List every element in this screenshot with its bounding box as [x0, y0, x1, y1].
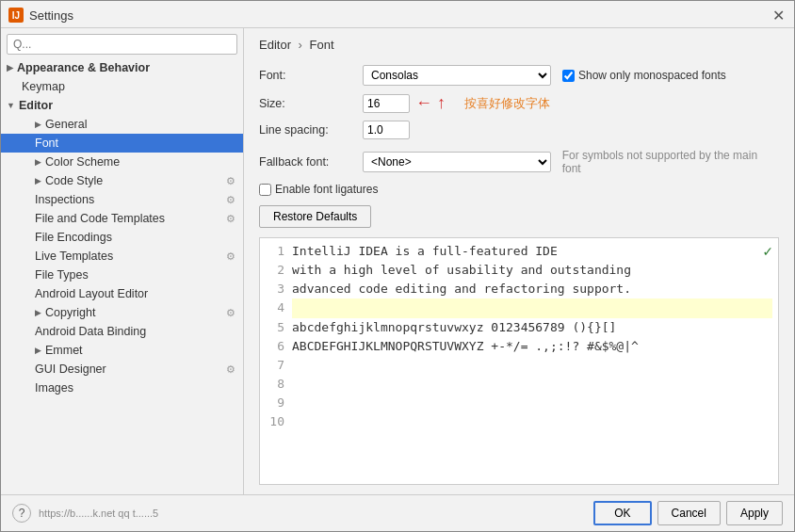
arrow-hint: ← ↑	[415, 93, 446, 113]
font-select[interactable]: Consolas	[363, 65, 551, 86]
sidebar-item-android-layout-editor[interactable]: Android Layout Editor	[1, 284, 243, 303]
preview-line-3: 3 advanced code editing and refactoring …	[266, 280, 772, 298]
close-button[interactable]: ✕	[770, 7, 787, 24]
ligature-label[interactable]: Enable font ligatures	[259, 183, 378, 196]
size-row: Size: ← ↑ 按喜好修改字体	[259, 93, 779, 113]
preview-check-icon: ✓	[763, 242, 772, 260]
fallback-font-row: Fallback font: <None> For symbols not su…	[259, 149, 779, 175]
line-spacing-input[interactable]	[363, 121, 410, 139]
bottom-bar: ? https://b......k.net qq t......5 OK Ca…	[1, 494, 794, 531]
preview-line-5: 5 abcdefghijklmnopqrstuvwxyz 0123456789 …	[266, 318, 772, 337]
gear-icon: ⚙	[226, 213, 235, 225]
fallback-note: For symbols not supported by the main fo…	[562, 149, 779, 175]
preview-line-1: 1 IntelliJ IDEA is a full-featured IDE	[266, 242, 772, 261]
sidebar-item-images[interactable]: Images	[1, 379, 243, 397]
url-text: https://b......k.net qq t......5	[39, 508, 158, 519]
chevron-right-icon: ▶	[7, 63, 13, 73]
font-settings-form: Font: Consolas Show only monospaced font…	[259, 65, 779, 237]
sidebar-item-inspections[interactable]: Inspections ⚙	[1, 190, 243, 209]
preview-text: abcdefghijklmnopqrstuvwxyz 0123456789 ()…	[292, 318, 616, 337]
restore-defaults-button[interactable]: Restore Defaults	[259, 205, 371, 228]
preview-text: ABCDEFGHIJKLMNOPQRSTUVWXYZ +-*/= .,;:!? …	[292, 337, 639, 356]
tree-area: ▶ Appearance & Behavior Keymap ▼ Editor …	[1, 58, 243, 494]
preview-line-2: 2 with a high level of usability and out…	[266, 261, 772, 280]
dialog-title: Settings	[29, 8, 73, 23]
ok-button[interactable]: OK	[593, 501, 651, 525]
apply-button[interactable]: Apply	[726, 501, 783, 525]
gear-icon: ⚙	[226, 307, 235, 319]
line-number: 7	[266, 356, 284, 375]
gear-icon: ⚙	[226, 250, 235, 263]
sidebar-item-live-templates[interactable]: Live Templates ⚙	[1, 247, 243, 266]
left-panel: ▶ Appearance & Behavior Keymap ▼ Editor …	[1, 28, 244, 494]
sidebar-item-gui-designer[interactable]: GUI Designer ⚙	[1, 360, 243, 379]
sidebar-item-code-style[interactable]: ▶ Code Style ⚙	[1, 171, 243, 190]
preview-line-9: 9	[266, 394, 772, 412]
ligature-checkbox[interactable]	[259, 184, 271, 196]
ligature-row: Enable font ligatures	[259, 183, 779, 196]
app-icon: IJ	[8, 8, 24, 23]
line-number: 10	[266, 412, 284, 431]
preview-line-7: 7	[266, 356, 772, 375]
line-number: 4	[266, 298, 284, 317]
sidebar-item-keymap[interactable]: Keymap	[1, 77, 243, 96]
gear-icon: ⚙	[226, 363, 235, 376]
gear-icon: ⚙	[226, 175, 235, 187]
show-monospaced-checkbox[interactable]	[562, 70, 575, 82]
preview-line-6: 6 ABCDEFGHIJKLMNOPQRSTUVWXYZ +-*/= .,;:!…	[266, 337, 772, 356]
size-label: Size:	[259, 97, 363, 110]
preview-line-8: 8	[266, 375, 772, 394]
sidebar-item-emmet[interactable]: ▶ Emmet	[1, 341, 243, 360]
search-input[interactable]	[7, 34, 237, 55]
preview-line-10: 10	[266, 412, 772, 431]
help-button[interactable]: ?	[12, 504, 31, 523]
sidebar-item-font[interactable]: Font	[1, 134, 243, 153]
line-number: 6	[266, 337, 284, 356]
preview-text: with a high level of usability and outst…	[292, 261, 631, 280]
sidebar-item-file-encodings[interactable]: File Encodings	[1, 228, 243, 247]
sidebar-item-copyright[interactable]: ▶ Copyright ⚙	[1, 303, 243, 322]
sidebar-item-appearance[interactable]: ▶ Appearance & Behavior	[1, 58, 243, 77]
line-number: 9	[266, 394, 284, 412]
sidebar-item-editor[interactable]: ▼ Editor	[1, 96, 243, 115]
size-input[interactable]	[363, 94, 410, 113]
font-label: Font:	[259, 69, 363, 82]
breadcrumb: Editor › Font	[259, 38, 779, 52]
sidebar-item-file-types[interactable]: File Types	[1, 266, 243, 284]
sidebar-item-android-data-binding[interactable]: Android Data Binding	[1, 322, 243, 341]
chevron-down-icon: ▼	[7, 101, 15, 110]
line-number: 8	[266, 375, 284, 394]
chinese-note: 按喜好修改字体	[464, 95, 550, 112]
chevron-right-icon: ▶	[35, 176, 41, 185]
bottom-buttons: OK Cancel Apply	[593, 501, 783, 525]
line-number: 3	[266, 280, 284, 298]
line-spacing-row: Line spacing:	[259, 121, 779, 139]
preview-line-4: 4	[266, 298, 772, 317]
bottom-left: ? https://b......k.net qq t......5	[12, 504, 158, 523]
preview-text: IntelliJ IDEA is a full-featured IDE	[292, 242, 558, 261]
breadcrumb-separator: ›	[299, 38, 302, 52]
sidebar-item-file-code-templates[interactable]: File and Code Templates ⚙	[1, 209, 243, 228]
font-row: Font: Consolas Show only monospaced font…	[259, 65, 779, 86]
dialog-body: ▶ Appearance & Behavior Keymap ▼ Editor …	[1, 28, 794, 494]
breadcrumb-parent: Editor	[259, 38, 291, 52]
line-spacing-label: Line spacing:	[259, 123, 363, 137]
line-number: 5	[266, 318, 284, 337]
line-number: 2	[266, 261, 284, 280]
sidebar-item-color-scheme[interactable]: ▶ Color Scheme	[1, 153, 243, 171]
chevron-right-icon: ▶	[35, 157, 41, 167]
show-monospaced-label[interactable]: Show only monospaced fonts	[562, 69, 726, 82]
fallback-select[interactable]: <None>	[363, 152, 551, 172]
title-bar: IJ Settings ✕	[1, 1, 794, 28]
chevron-right-icon: ▶	[35, 346, 41, 355]
sidebar-item-general[interactable]: ▶ General	[1, 115, 243, 134]
cancel-button[interactable]: Cancel	[657, 501, 721, 525]
right-panel: Editor › Font Font: Consolas Show only m…	[244, 28, 794, 494]
search-box	[1, 28, 243, 58]
gear-icon: ⚙	[226, 194, 235, 206]
breadcrumb-current: Font	[310, 38, 334, 52]
preview-text: advanced code editing and refactoring su…	[292, 280, 631, 298]
font-preview: ✓ 1 IntelliJ IDEA is a full-featured IDE…	[259, 237, 779, 485]
settings-dialog: IJ Settings ✕ ▶ Appearance & Behavior Ke…	[0, 0, 795, 532]
chevron-right-icon: ▶	[35, 308, 41, 317]
